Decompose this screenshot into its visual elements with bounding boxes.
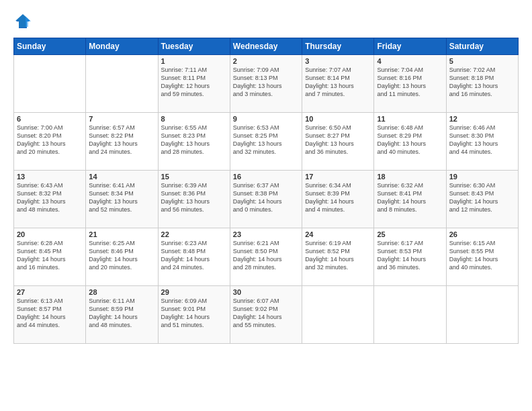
- day-info: Sunrise: 6:37 AM Sunset: 8:38 PM Dayligh…: [233, 181, 299, 214]
- day-number: 25: [377, 230, 443, 238]
- day-number: 23: [233, 230, 299, 238]
- day-cell: 29Sunrise: 6:09 AM Sunset: 9:01 PM Dayli…: [158, 286, 230, 344]
- day-cell: 22Sunrise: 6:23 AM Sunset: 8:48 PM Dayli…: [158, 228, 230, 286]
- day-number: 10: [305, 115, 371, 123]
- day-info: Sunrise: 6:34 AM Sunset: 8:39 PM Dayligh…: [305, 181, 371, 214]
- day-number: 4: [377, 57, 443, 65]
- day-number: 17: [305, 173, 371, 181]
- day-cell: 24Sunrise: 6:19 AM Sunset: 8:52 PM Dayli…: [302, 228, 374, 286]
- header-cell-wednesday: Wednesday: [230, 38, 302, 55]
- day-number: 24: [305, 230, 371, 238]
- day-number: 12: [449, 115, 515, 123]
- day-cell: 21Sunrise: 6:25 AM Sunset: 8:46 PM Dayli…: [86, 228, 158, 286]
- day-info: Sunrise: 6:17 AM Sunset: 8:53 PM Dayligh…: [377, 239, 443, 272]
- day-cell: [374, 286, 446, 344]
- day-number: 8: [161, 115, 227, 123]
- day-info: Sunrise: 6:53 AM Sunset: 8:25 PM Dayligh…: [233, 124, 299, 156]
- day-number: 18: [377, 173, 443, 181]
- day-cell: 19Sunrise: 6:30 AM Sunset: 8:43 PM Dayli…: [446, 171, 518, 228]
- week-row-4: 20Sunrise: 6:28 AM Sunset: 8:45 PM Dayli…: [14, 228, 519, 286]
- day-cell: 28Sunrise: 6:11 AM Sunset: 8:59 PM Dayli…: [86, 286, 158, 344]
- day-cell: [446, 286, 518, 344]
- day-number: 15: [161, 173, 227, 181]
- day-cell: [14, 55, 86, 113]
- day-cell: 6Sunrise: 7:00 AM Sunset: 8:20 PM Daylig…: [14, 113, 86, 171]
- day-cell: [302, 286, 374, 344]
- day-cell: 2Sunrise: 7:09 AM Sunset: 8:13 PM Daylig…: [230, 55, 302, 113]
- day-info: Sunrise: 6:09 AM Sunset: 9:01 PM Dayligh…: [161, 297, 227, 330]
- week-row-2: 6Sunrise: 7:00 AM Sunset: 8:20 PM Daylig…: [14, 113, 519, 171]
- day-cell: 3Sunrise: 7:07 AM Sunset: 8:14 PM Daylig…: [302, 55, 374, 113]
- day-cell: 20Sunrise: 6:28 AM Sunset: 8:45 PM Dayli…: [14, 228, 86, 286]
- day-number: 29: [161, 288, 227, 296]
- day-info: Sunrise: 6:11 AM Sunset: 8:59 PM Dayligh…: [89, 297, 154, 330]
- day-number: 11: [377, 115, 443, 123]
- day-cell: 4Sunrise: 7:04 AM Sunset: 8:16 PM Daylig…: [374, 55, 446, 113]
- header-cell-saturday: Saturday: [446, 38, 518, 55]
- day-number: 2: [233, 57, 299, 65]
- day-cell: 18Sunrise: 6:32 AM Sunset: 8:41 PM Dayli…: [374, 171, 446, 228]
- day-info: Sunrise: 7:11 AM Sunset: 8:11 PM Dayligh…: [161, 66, 227, 99]
- day-cell: 30Sunrise: 6:07 AM Sunset: 9:02 PM Dayli…: [230, 286, 302, 344]
- day-info: Sunrise: 7:07 AM Sunset: 8:14 PM Dayligh…: [305, 66, 371, 99]
- day-cell: 10Sunrise: 6:50 AM Sunset: 8:27 PM Dayli…: [302, 113, 374, 171]
- day-info: Sunrise: 6:23 AM Sunset: 8:48 PM Dayligh…: [161, 239, 227, 272]
- week-row-3: 13Sunrise: 6:43 AM Sunset: 8:32 PM Dayli…: [14, 171, 519, 228]
- day-info: Sunrise: 6:13 AM Sunset: 8:57 PM Dayligh…: [17, 297, 83, 330]
- day-number: 16: [233, 173, 299, 181]
- day-info: Sunrise: 6:57 AM Sunset: 8:22 PM Dayligh…: [89, 124, 154, 156]
- day-number: 19: [449, 173, 515, 181]
- day-info: Sunrise: 6:25 AM Sunset: 8:46 PM Dayligh…: [89, 239, 154, 272]
- day-number: 26: [449, 230, 515, 238]
- day-cell: 15Sunrise: 6:39 AM Sunset: 8:36 PM Dayli…: [158, 171, 230, 228]
- day-number: 3: [305, 57, 371, 65]
- header-cell-tuesday: Tuesday: [158, 38, 230, 55]
- day-number: 7: [89, 115, 154, 123]
- header-cell-sunday: Sunday: [14, 38, 86, 55]
- logo: [13, 12, 35, 31]
- day-number: 28: [89, 288, 154, 296]
- day-info: Sunrise: 6:46 AM Sunset: 8:30 PM Dayligh…: [449, 124, 515, 156]
- day-cell: 14Sunrise: 6:41 AM Sunset: 8:34 PM Dayli…: [86, 171, 158, 228]
- header-cell-friday: Friday: [374, 38, 446, 55]
- day-cell: [86, 55, 158, 113]
- day-number: 5: [449, 57, 515, 65]
- header-row: SundayMondayTuesdayWednesdayThursdayFrid…: [14, 38, 519, 55]
- day-info: Sunrise: 6:43 AM Sunset: 8:32 PM Dayligh…: [17, 181, 83, 214]
- day-cell: 25Sunrise: 6:17 AM Sunset: 8:53 PM Dayli…: [374, 228, 446, 286]
- day-number: 6: [17, 115, 83, 123]
- day-cell: 12Sunrise: 6:46 AM Sunset: 8:30 PM Dayli…: [446, 113, 518, 171]
- day-info: Sunrise: 7:09 AM Sunset: 8:13 PM Dayligh…: [233, 66, 299, 99]
- day-info: Sunrise: 7:02 AM Sunset: 8:18 PM Dayligh…: [449, 66, 515, 99]
- page: SundayMondayTuesdayWednesdayThursdayFrid…: [0, 0, 532, 411]
- day-cell: 16Sunrise: 6:37 AM Sunset: 8:38 PM Dayli…: [230, 171, 302, 228]
- day-cell: 26Sunrise: 6:15 AM Sunset: 8:55 PM Dayli…: [446, 228, 518, 286]
- day-info: Sunrise: 6:28 AM Sunset: 8:45 PM Dayligh…: [17, 239, 83, 272]
- day-cell: 8Sunrise: 6:55 AM Sunset: 8:23 PM Daylig…: [158, 113, 230, 171]
- day-number: 27: [17, 288, 83, 296]
- day-info: Sunrise: 6:39 AM Sunset: 8:36 PM Dayligh…: [161, 181, 227, 214]
- day-number: 1: [161, 57, 227, 65]
- day-cell: 17Sunrise: 6:34 AM Sunset: 8:39 PM Dayli…: [302, 171, 374, 228]
- day-cell: 27Sunrise: 6:13 AM Sunset: 8:57 PM Dayli…: [14, 286, 86, 344]
- calendar-table: SundayMondayTuesdayWednesdayThursdayFrid…: [13, 38, 519, 344]
- day-number: 30: [233, 288, 299, 296]
- day-info: Sunrise: 7:04 AM Sunset: 8:16 PM Dayligh…: [377, 66, 443, 99]
- day-info: Sunrise: 7:00 AM Sunset: 8:20 PM Dayligh…: [17, 124, 83, 156]
- day-cell: 9Sunrise: 6:53 AM Sunset: 8:25 PM Daylig…: [230, 113, 302, 171]
- day-number: 21: [89, 230, 154, 238]
- day-number: 13: [17, 173, 83, 181]
- day-info: Sunrise: 6:19 AM Sunset: 8:52 PM Dayligh…: [305, 239, 371, 272]
- day-cell: 5Sunrise: 7:02 AM Sunset: 8:18 PM Daylig…: [446, 55, 518, 113]
- day-info: Sunrise: 6:21 AM Sunset: 8:50 PM Dayligh…: [233, 239, 299, 272]
- day-info: Sunrise: 6:07 AM Sunset: 9:02 PM Dayligh…: [233, 297, 299, 330]
- day-info: Sunrise: 6:32 AM Sunset: 8:41 PM Dayligh…: [377, 181, 443, 214]
- day-info: Sunrise: 6:30 AM Sunset: 8:43 PM Dayligh…: [449, 181, 515, 214]
- day-number: 9: [233, 115, 299, 123]
- header-cell-thursday: Thursday: [302, 38, 374, 55]
- day-info: Sunrise: 6:15 AM Sunset: 8:55 PM Dayligh…: [449, 239, 515, 272]
- day-cell: 1Sunrise: 7:11 AM Sunset: 8:11 PM Daylig…: [158, 55, 230, 113]
- week-row-5: 27Sunrise: 6:13 AM Sunset: 8:57 PM Dayli…: [14, 286, 519, 344]
- day-cell: 13Sunrise: 6:43 AM Sunset: 8:32 PM Dayli…: [14, 171, 86, 228]
- week-row-1: 1Sunrise: 7:11 AM Sunset: 8:11 PM Daylig…: [14, 55, 519, 113]
